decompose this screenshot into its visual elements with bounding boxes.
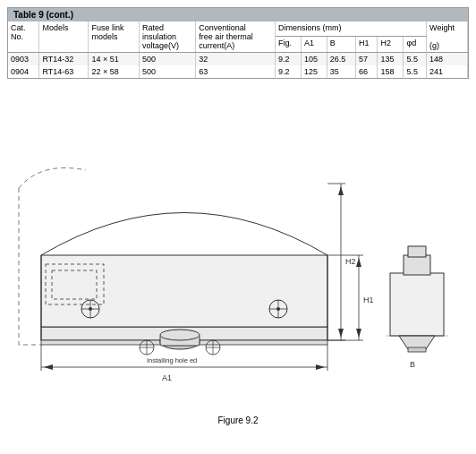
col-fig: Fig. bbox=[275, 37, 301, 53]
cell-h2: 135 bbox=[378, 53, 404, 66]
figure-area: H2 H1 A1 Installing hole ed bbox=[7, 86, 469, 447]
svg-marker-37 bbox=[44, 364, 53, 370]
figure-caption: Figure 9.2 bbox=[217, 415, 258, 425]
cell-model: RT14-32 bbox=[39, 53, 89, 66]
b-label: B bbox=[410, 360, 415, 369]
cell-a1: 105 bbox=[301, 53, 327, 66]
cell-fig: 9.2 bbox=[275, 65, 301, 78]
svg-rect-39 bbox=[390, 273, 444, 336]
svg-rect-43 bbox=[408, 347, 426, 352]
h1-label: H1 bbox=[363, 296, 374, 304]
cell-phi-d: 5.5 bbox=[404, 53, 427, 66]
cell-rated-ins: 500 bbox=[140, 65, 196, 78]
svg-marker-27 bbox=[338, 186, 344, 195]
cell-fuse-link: 22 × 58 bbox=[89, 65, 140, 78]
svg-marker-33 bbox=[356, 329, 361, 338]
cell-phi-d: 5.5 bbox=[404, 65, 427, 78]
cell-a1: 125 bbox=[301, 65, 327, 78]
cell-cat-no: 0903 bbox=[8, 53, 39, 66]
svg-marker-1 bbox=[41, 255, 327, 327]
svg-point-9 bbox=[160, 330, 200, 340]
cell-cat-no: 0904 bbox=[8, 65, 39, 78]
col-h2: H2 bbox=[378, 37, 404, 53]
main-container: Table 9 (cont.) Cat.No. Models Fuse link… bbox=[0, 0, 476, 454]
svg-marker-28 bbox=[338, 329, 344, 338]
col-weight: Weight(g) bbox=[427, 21, 468, 53]
cell-model: RT14-63 bbox=[39, 65, 89, 78]
data-table: Cat.No. Models Fuse linkmodels Ratedinsu… bbox=[8, 21, 468, 78]
svg-rect-41 bbox=[408, 246, 426, 257]
a1-label: A1 bbox=[162, 373, 172, 382]
cell-h2: 158 bbox=[378, 65, 404, 78]
table-header-row1: Cat.No. Models Fuse linkmodels Ratedinsu… bbox=[8, 21, 468, 37]
svg-point-13 bbox=[89, 307, 92, 311]
col-conv-current: Conventionalfree air thermalcurrent(A) bbox=[196, 21, 276, 53]
col-b: B bbox=[327, 37, 355, 53]
svg-rect-40 bbox=[404, 255, 430, 275]
cell-b: 35 bbox=[327, 65, 355, 78]
table-body: 0903 RT14-32 14 × 51 500 32 9.2 105 26.5… bbox=[8, 53, 468, 79]
col-cat-no: Cat.No. bbox=[8, 21, 39, 53]
svg-marker-32 bbox=[356, 258, 361, 267]
col-a1: A1 bbox=[301, 37, 327, 53]
cell-fig: 9.2 bbox=[275, 53, 301, 66]
cell-conv-current: 32 bbox=[196, 53, 276, 66]
col-phi-d: φd bbox=[404, 37, 427, 53]
col-fuse-link: Fuse linkmodels bbox=[89, 21, 140, 53]
cell-h1: 57 bbox=[356, 53, 378, 66]
cell-h1: 66 bbox=[356, 65, 378, 78]
figure-container: H2 H1 A1 Installing hole ed bbox=[14, 107, 462, 412]
col-models: Models bbox=[39, 21, 89, 53]
table-title: Table 9 (cont.) bbox=[8, 8, 468, 21]
table-wrapper: Table 9 (cont.) Cat.No. Models Fuse link… bbox=[7, 7, 469, 79]
svg-marker-38 bbox=[316, 364, 325, 370]
cell-weight: 148 bbox=[427, 53, 468, 66]
cell-conv-current: 63 bbox=[196, 65, 276, 78]
col-dimensions-header: Dimensions (mm) bbox=[275, 21, 426, 37]
col-h1: H1 bbox=[356, 37, 378, 53]
col-rated-ins: Ratedinsulationvoltage(V) bbox=[140, 21, 196, 53]
svg-point-17 bbox=[276, 307, 280, 311]
table-row: 0903 RT14-32 14 × 51 500 32 9.2 105 26.5… bbox=[8, 53, 468, 66]
installing-hole-label: Installing hole ed bbox=[147, 356, 197, 364]
cell-b: 26.5 bbox=[327, 53, 355, 66]
cell-rated-ins: 500 bbox=[140, 53, 196, 66]
figure-svg: H2 H1 A1 Installing hole ed bbox=[14, 107, 462, 412]
cell-weight: 241 bbox=[427, 65, 468, 78]
table-row: 0904 RT14-63 22 × 58 500 63 9.2 125 35 6… bbox=[8, 65, 468, 78]
h2-label: H2 bbox=[345, 257, 356, 266]
cell-fuse-link: 14 × 51 bbox=[89, 53, 140, 66]
side-view: B bbox=[386, 246, 448, 369]
